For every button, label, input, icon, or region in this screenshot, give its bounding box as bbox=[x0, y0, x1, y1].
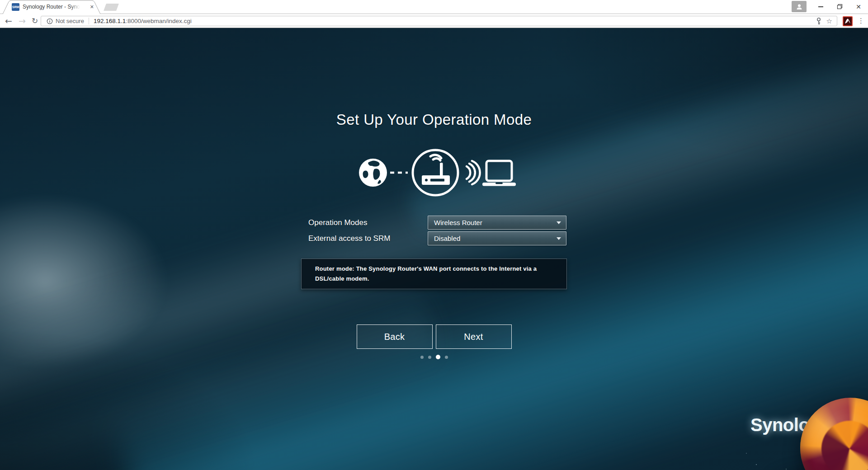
restore-button[interactable] bbox=[830, 0, 849, 13]
info-icon bbox=[47, 18, 53, 24]
new-tab-button[interactable] bbox=[104, 4, 119, 11]
tab-close-icon[interactable]: ✕ bbox=[90, 0, 94, 14]
not-secure-label: Not secure bbox=[56, 18, 84, 24]
next-button[interactable]: Next bbox=[436, 324, 512, 349]
person-icon bbox=[796, 3, 803, 10]
url-path: :8000/webman/index.cgi bbox=[126, 18, 192, 24]
pagination-dots bbox=[301, 354, 567, 360]
key-icon[interactable] bbox=[816, 17, 822, 25]
srm-favicon-icon: SRM bbox=[12, 3, 19, 11]
external-access-dropdown[interactable]: Disabled bbox=[428, 231, 566, 245]
acrobat-glyph-icon bbox=[844, 18, 851, 24]
wifi-waves-icon bbox=[467, 161, 480, 184]
restore-icon bbox=[837, 4, 843, 9]
laptop-icon bbox=[482, 161, 516, 186]
topology-illustration bbox=[348, 146, 520, 199]
url-text[interactable]: 192.168.1.1:8000/webman/index.cgi bbox=[94, 18, 192, 24]
tab-title-fade bbox=[71, 1, 82, 13]
forward-icon: → bbox=[16, 14, 28, 28]
wizard-buttons: Back Next bbox=[301, 324, 567, 349]
operation-modes-label: Operation Modes bbox=[301, 216, 428, 230]
dropdown-arrow-icon bbox=[557, 237, 561, 240]
selected-value: Disabled bbox=[428, 232, 566, 245]
profile-avatar-button[interactable] bbox=[792, 1, 807, 12]
sparkle bbox=[756, 464, 757, 465]
minimize-icon bbox=[818, 6, 823, 7]
wizard-column: Set Up Your Operation Mode bbox=[301, 28, 567, 470]
back-button[interactable]: Back bbox=[357, 324, 433, 349]
form-row: Operation Modes Wireless Router bbox=[301, 216, 567, 230]
setup-wizard-page: Set Up Your Operation Mode bbox=[0, 28, 868, 470]
synology-swirl-logo bbox=[800, 398, 868, 470]
chip-divider bbox=[89, 18, 89, 24]
back-icon[interactable]: ← bbox=[3, 14, 14, 28]
operation-modes-dropdown[interactable]: Wireless Router bbox=[428, 216, 566, 230]
dropdown-arrow-icon bbox=[557, 221, 561, 224]
browser-menu-icon[interactable]: ⋮ bbox=[858, 14, 864, 28]
bg-glow bbox=[0, 195, 167, 367]
tab-strip: SRM Synology Router - Synolo ✕ ✕ bbox=[0, 0, 868, 14]
browser-tab[interactable]: SRM Synology Router - Synolo ✕ bbox=[3, 0, 100, 14]
pagination-dot[interactable] bbox=[445, 356, 448, 359]
browser-chrome: SRM Synology Router - Synolo ✕ ✕ bbox=[0, 0, 868, 28]
omnibox-right-icons: ☆ bbox=[816, 17, 837, 25]
url-host: 192.168.1.1 bbox=[94, 18, 126, 24]
router-icon bbox=[413, 150, 458, 195]
browser-toolbar: ← → ↻ Not secure 192.168.1.1:8000/webman… bbox=[0, 14, 868, 28]
window-controls: ✕ bbox=[792, 0, 868, 13]
adobe-extension-icon[interactable] bbox=[843, 16, 853, 26]
sparkle bbox=[746, 453, 747, 454]
bookmark-star-icon[interactable]: ☆ bbox=[826, 17, 832, 25]
minimize-button[interactable] bbox=[811, 0, 830, 13]
mode-description-text: Router mode: The Synology Router's WAN p… bbox=[315, 264, 556, 284]
page-title: Set Up Your Operation Mode bbox=[301, 111, 567, 128]
selected-value: Wireless Router bbox=[428, 216, 566, 229]
close-window-button[interactable]: ✕ bbox=[849, 0, 868, 13]
pagination-dot[interactable] bbox=[436, 355, 440, 359]
mode-description-box: Router mode: The Synology Router's WAN p… bbox=[301, 258, 567, 289]
pagination-dot[interactable] bbox=[420, 356, 424, 359]
external-access-label: External access to SRM bbox=[301, 231, 428, 245]
pagination-dot[interactable] bbox=[428, 356, 431, 359]
globe-icon bbox=[359, 159, 387, 187]
reload-icon[interactable]: ↻ bbox=[29, 14, 41, 28]
address-bar[interactable]: Not secure 192.168.1.1:8000/webman/index… bbox=[41, 16, 837, 26]
security-chip[interactable]: Not secure bbox=[41, 18, 89, 24]
form-row: External access to SRM Disabled bbox=[301, 231, 567, 245]
